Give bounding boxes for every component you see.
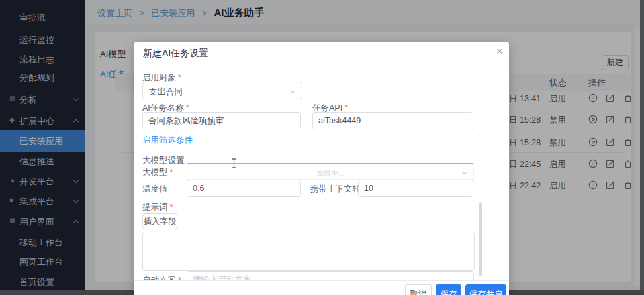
temperature-label: 温度值	[142, 184, 168, 195]
prompt-label: 提示词	[142, 202, 173, 213]
new-ai-task-modal: 新建AI任务设置 × 启用对象 支出合同 AI任务名称 任务API 启用筛选条件…	[134, 42, 509, 295]
temperature-input[interactable]	[187, 180, 301, 197]
save-button[interactable]: 保存	[436, 284, 461, 295]
save-and-enable-button[interactable]: 保存并启用	[465, 284, 506, 295]
modal-footer: 取消 保存 保存并启用	[134, 280, 509, 295]
modal-title: 新建AI任务设置	[143, 48, 208, 60]
model-label: 大模型	[142, 167, 173, 178]
prompt-textarea[interactable]	[142, 233, 475, 271]
task-name-input[interactable]	[142, 112, 301, 129]
enable-object-value: 支出合同	[149, 86, 183, 98]
model-section-label: 大模型设置	[142, 155, 185, 166]
model-select-loading-hint: 加载中...	[187, 168, 473, 178]
task-api-input[interactable]	[312, 112, 473, 129]
cancel-button[interactable]: 取消	[405, 284, 432, 295]
modal-header-divider	[134, 64, 509, 64]
close-icon[interactable]: ×	[493, 45, 506, 58]
modal-scrollbar[interactable]	[479, 202, 482, 276]
text-cursor	[231, 158, 237, 168]
enable-object-select[interactable]: 支出合同	[142, 82, 302, 99]
chevron-down-icon	[290, 88, 295, 93]
app-window: 审批流 运行监控 流程日志 分配规则 ▤ 分析 ◆ 扩展中心 已安装应用 信息推…	[0, 0, 644, 295]
enable-filter-link[interactable]: 启用筛选条件	[142, 135, 193, 146]
model-select[interactable]: 加载中...	[187, 163, 474, 180]
insert-field-button[interactable]: 插入字段	[142, 213, 177, 229]
context-rounds-input[interactable]	[358, 180, 473, 197]
